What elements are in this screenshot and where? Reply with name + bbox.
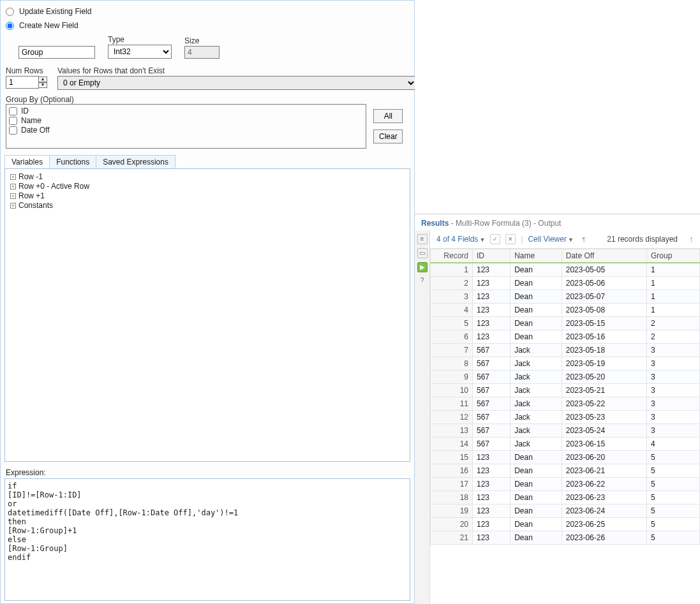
table-cell[interactable]: 6 — [431, 330, 473, 344]
groupby-clear-button[interactable]: Clear — [373, 129, 403, 144]
table-cell[interactable]: 2023-05-18 — [562, 344, 646, 357]
table-cell[interactable]: 123 — [473, 451, 510, 464]
table-cell[interactable]: 2023-05-16 — [562, 330, 646, 344]
col-header[interactable]: Record — [431, 249, 473, 263]
table-cell[interactable]: 2 — [646, 317, 699, 330]
table-cell[interactable]: 11 — [431, 397, 473, 411]
table-cell[interactable]: 2023-06-25 — [562, 518, 646, 531]
table-cell[interactable]: Dean — [510, 518, 562, 531]
table-cell[interactable]: Jack — [510, 357, 562, 371]
table-cell[interactable]: 2023-05-08 — [562, 304, 646, 317]
table-cell[interactable]: 2023-05-24 — [562, 424, 646, 438]
table-cell[interactable]: 5 — [646, 478, 699, 491]
table-cell[interactable]: 123 — [473, 263, 510, 277]
results-grid[interactable]: RecordIDNameDate OffGroup 1123Dean2023-0… — [430, 249, 700, 604]
table-cell[interactable]: 123 — [473, 531, 510, 545]
table-row[interactable]: 5123Dean2023-05-152 — [431, 317, 700, 330]
table-cell[interactable]: Dean — [510, 478, 562, 491]
numrows-spin-up[interactable]: ▲ — [38, 77, 47, 82]
expression-editor[interactable]: if [ID]!=[Row-1:ID] or datetimediff([Dat… — [4, 478, 410, 601]
table-cell[interactable]: 123 — [473, 491, 510, 505]
cell-viewer-dropdown[interactable]: Cell Viewer▼ — [528, 235, 573, 244]
tab-variables[interactable]: Variables — [4, 155, 50, 168]
table-cell[interactable]: 2023-05-22 — [562, 397, 646, 411]
radio-update-existing[interactable]: Update Existing Field — [6, 7, 409, 16]
table-cell[interactable]: 123 — [473, 464, 510, 478]
tab-saved[interactable]: Saved Expressions — [96, 155, 175, 168]
table-cell[interactable]: Dean — [510, 290, 562, 304]
table-cell[interactable]: 123 — [473, 277, 510, 290]
table-cell[interactable]: 567 — [473, 397, 510, 411]
table-cell[interactable]: 16 — [431, 464, 473, 478]
table-cell[interactable]: 2023-05-05 — [562, 263, 646, 277]
table-cell[interactable]: 567 — [473, 371, 510, 384]
table-cell[interactable]: Dean — [510, 505, 562, 518]
tree-row-minus1[interactable]: +Row -1 — [10, 172, 407, 181]
table-row[interactable]: 8567Jack2023-05-193 — [431, 357, 700, 371]
table-row[interactable]: 2123Dean2023-05-061 — [431, 277, 700, 290]
table-cell[interactable]: 1 — [431, 263, 473, 277]
table-cell[interactable]: 123 — [473, 478, 510, 491]
table-row[interactable]: 14567Jack2023-06-154 — [431, 438, 700, 451]
table-cell[interactable]: 2023-05-06 — [562, 277, 646, 290]
tree-constants[interactable]: +Constants — [10, 201, 407, 210]
table-cell[interactable]: 123 — [473, 518, 510, 531]
col-header[interactable]: Name — [510, 249, 562, 263]
groupby-item-dateoff[interactable]: Date Off — [9, 126, 363, 135]
table-cell[interactable]: 2023-06-24 — [562, 505, 646, 518]
table-cell[interactable]: 567 — [473, 411, 510, 424]
col-header[interactable]: ID — [473, 249, 510, 263]
table-cell[interactable]: 5 — [646, 505, 699, 518]
table-cell[interactable]: 123 — [473, 505, 510, 518]
tree-row-0[interactable]: +Row +0 - Active Row — [10, 182, 407, 191]
fields-dropdown[interactable]: 4 of 4 Fields▼ — [436, 235, 485, 244]
table-cell[interactable]: 3 — [646, 371, 699, 384]
table-cell[interactable]: Jack — [510, 438, 562, 451]
table-cell[interactable]: 3 — [646, 357, 699, 371]
table-row[interactable]: 3123Dean2023-05-071 — [431, 290, 700, 304]
numrows-spin-down[interactable]: ▼ — [38, 82, 47, 88]
table-cell[interactable]: 13 — [431, 424, 473, 438]
table-row[interactable]: 17123Dean2023-06-225 — [431, 478, 700, 491]
table-cell[interactable]: 567 — [473, 438, 510, 451]
table-cell[interactable]: 18 — [431, 491, 473, 505]
table-cell[interactable]: 123 — [473, 304, 510, 317]
table-cell[interactable]: 2 — [646, 330, 699, 344]
expand-icon[interactable]: + — [10, 184, 16, 189]
table-cell[interactable]: 1 — [646, 277, 699, 290]
tab-functions[interactable]: Functions — [49, 155, 96, 168]
table-cell[interactable]: 5 — [646, 491, 699, 505]
table-cell[interactable]: 3 — [646, 344, 699, 357]
table-cell[interactable]: 2023-06-20 — [562, 451, 646, 464]
numrows-input[interactable] — [6, 76, 39, 89]
table-row[interactable]: 16123Dean2023-06-215 — [431, 464, 700, 478]
table-cell[interactable]: 1 — [646, 304, 699, 317]
table-cell[interactable]: 9 — [431, 371, 473, 384]
table-cell[interactable]: 10 — [431, 384, 473, 397]
table-cell[interactable]: 2023-05-19 — [562, 357, 646, 371]
table-row[interactable]: 19123Dean2023-06-245 — [431, 505, 700, 518]
table-cell[interactable]: 15 — [431, 451, 473, 464]
table-cell[interactable]: 123 — [473, 330, 510, 344]
table-cell[interactable]: 1 — [646, 263, 699, 277]
radio-update-input[interactable] — [6, 8, 14, 16]
table-row[interactable]: 7567Jack2023-05-183 — [431, 344, 700, 357]
table-cell[interactable]: 12 — [431, 411, 473, 424]
table-cell[interactable]: Dean — [510, 277, 562, 290]
collapse-icon[interactable]: ↑ — [689, 234, 694, 244]
radio-create-new[interactable]: Create New Field — [6, 21, 409, 30]
metadata-icon[interactable]: ▭ — [417, 248, 428, 258]
groupby-item-name[interactable]: Name — [9, 116, 363, 125]
table-cell[interactable]: 3 — [646, 384, 699, 397]
table-cell[interactable]: Dean — [510, 263, 562, 277]
table-cell[interactable]: Jack — [510, 424, 562, 438]
table-cell[interactable]: Dean — [510, 531, 562, 545]
table-row[interactable]: 20123Dean2023-06-255 — [431, 518, 700, 531]
workflow-canvas[interactable]: datetimeparse([_CurrentField_],'%d/%m/%Y… — [415, 0, 700, 214]
table-cell[interactable]: 567 — [473, 384, 510, 397]
table-row[interactable]: 6123Dean2023-05-162 — [431, 330, 700, 344]
table-cell[interactable]: 19 — [431, 505, 473, 518]
table-cell[interactable]: 3 — [431, 290, 473, 304]
table-cell[interactable]: 17 — [431, 478, 473, 491]
table-cell[interactable]: Dean — [510, 464, 562, 478]
